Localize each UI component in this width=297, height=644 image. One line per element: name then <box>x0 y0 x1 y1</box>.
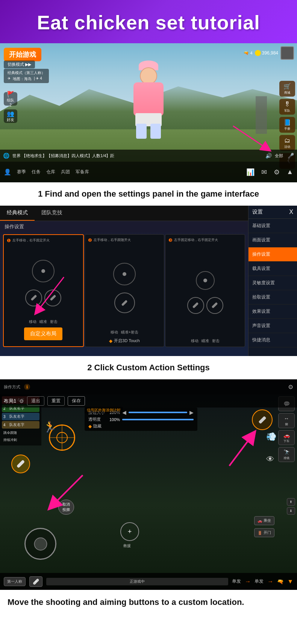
layout-option-1[interactable]: ❶ 左手移动，右手固定开火 <box>3 234 84 347</box>
team-icon[interactable]: 🚩 组队 2 <box>4 92 17 106</box>
ammo-bar: 正游戏中 <box>46 578 228 585</box>
custom-layout-btn[interactable]: 自定义布局 <box>24 327 62 340</box>
opacity-label: 透明度 <box>88 417 107 422</box>
medkit-btn[interactable]: 🩹 <box>29 576 42 587</box>
mic-icon[interactable]: 🎤 <box>288 153 294 159</box>
nav-item-warehouse[interactable]: 仓库 <box>46 169 55 175</box>
game-bottom-bar: 👤 赛季 任务 仓库 兵团 军备库 📊 <box>0 162 297 182</box>
rifle-btn[interactable] <box>11 455 30 473</box>
menu-item-pickup[interactable]: 拾取设置 <box>249 290 297 305</box>
volume-icon[interactable]: 🔊 <box>265 153 272 159</box>
menu-item-operation[interactable]: 操作设置 <box>249 247 297 262</box>
bottom-description: Move the shooting and aiming buttons to … <box>0 590 297 615</box>
editor-top-bar: 操作方式 ℹ ⚙ <box>0 379 297 394</box>
opacity-value: 100% <box>109 417 120 422</box>
menu-item-basic[interactable]: 基础设置 <box>249 219 297 233</box>
settings-header-row: 设置 X <box>249 206 297 219</box>
save-btn[interactable]: 保存 <box>68 396 85 406</box>
manual-icon[interactable]: 📘 手册 <box>279 117 295 133</box>
top-resources: 🔫 4 396,984 <box>244 46 294 60</box>
3d-touch-option[interactable]: ◆ 开启3D Touch <box>109 338 139 344</box>
arrow-btn-2[interactable]: → <box>267 578 273 585</box>
friends-icon[interactable]: 👥 好友 <box>4 109 17 123</box>
sit-btn[interactable]: 🚗 乘坐 <box>254 516 274 525</box>
tab-team-competition[interactable]: 团队竞技 <box>35 206 69 221</box>
nav-item-armory[interactable]: 军备库 <box>76 169 89 175</box>
stats-icon[interactable]: 📊 <box>246 168 255 176</box>
start-game-btn[interactable]: 开始游戏 <box>4 48 41 61</box>
scope-btn[interactable] <box>252 409 273 430</box>
scope-circle-2 <box>114 292 135 313</box>
size-slider[interactable] <box>129 412 187 413</box>
opacity-slider[interactable] <box>122 419 194 420</box>
rescue-btn[interactable]: + <box>120 522 139 541</box>
team-member-4: 4 队友名字 <box>2 421 39 429</box>
diamond-icon: ◆ <box>88 424 92 429</box>
layout-option-3[interactable]: ❸ 左手固定移动，右手固定开火 <box>165 234 245 347</box>
layout-labels-2: 移动 瞄准+射击 <box>111 330 138 335</box>
close-settings-btn[interactable]: X <box>289 209 293 215</box>
nav-item-head: 👤 <box>4 168 11 176</box>
switch-mode-btn[interactable]: 切换模式 ▶▶ <box>4 61 35 68</box>
mail-icon[interactable]: ✉ <box>261 168 267 176</box>
hide-checkbox-row: ◆ 隐藏 <box>88 423 194 429</box>
joystick-move[interactable] <box>24 528 56 560</box>
pink-arrow-right <box>222 428 267 473</box>
gold-count: 396,984 <box>255 50 278 56</box>
svg-line-7 <box>229 436 252 466</box>
game-screenshot: 开始游戏 切换模式 ▶▶ 经典模式（第三人称） ✈ 地图：海岛 | ✈ 4 🚩 … <box>0 43 297 182</box>
cancel-throw-btn[interactable]: 取消 投掷 <box>58 500 74 515</box>
opacity-row: 透明度 100% <box>88 417 194 422</box>
custom-editor-bg: 操作方式 ℹ ⚙ 布局1 ⚙ 退出 重置 保存 信号区外海淡倒计时 按钮大小 1… <box>0 379 297 590</box>
action-btn-area: 🚗 乘坐 🚪 开门 <box>254 516 274 537</box>
side-btn[interactable]: ↔ 侧 <box>278 413 295 428</box>
event-icon[interactable]: 🗂 活动 <box>279 135 295 151</box>
scope-zoom-btn[interactable]: 🔭 准镜 <box>278 447 295 462</box>
menu-item-quick-msg[interactable]: 快捷消息 <box>249 333 297 347</box>
layout-option-2[interactable]: ❷ 左手移动，右手跟随开火 移动 <box>85 234 165 347</box>
layout-settings-icon[interactable]: ⚙ <box>19 398 24 404</box>
size-increase-btn[interactable]: ▶ <box>189 409 194 415</box>
store-icon[interactable]: 🛒 商城 <box>279 81 295 97</box>
menu-item-sound[interactable]: 声音设置 <box>249 319 297 333</box>
world-bar: 🌐 世界 【绝地求生】【招募消息】四人模式】人数1/4】距 🔊 全部 🎤 <box>0 150 297 162</box>
gun-icon-bottom: 🔫 <box>277 579 283 585</box>
menu-item-vehicle[interactable]: 载具设置 <box>249 262 297 276</box>
vehicle-btn-2[interactable]: ⬇ <box>287 507 295 515</box>
nav-item-task[interactable]: 任务 <box>32 169 41 175</box>
exit-btn[interactable]: 退出 <box>27 396 44 406</box>
world-chat-text: 世界 【绝地求生】【招募消息】四人模式】人数1/4】距 <box>12 153 114 159</box>
operation-mode-label: 操作方式 <box>4 384 20 390</box>
army-icon[interactable]: 🎖 军队 <box>279 99 295 115</box>
layout-selector: 布局1 <box>4 398 16 405</box>
arrow-btn-1[interactable]: → <box>245 578 251 585</box>
single-fire-2: 单发 <box>255 578 264 585</box>
nav-item-corps[interactable]: 兵团 <box>61 169 70 175</box>
tab-classic-mode[interactable]: 经典模式 <box>0 206 35 221</box>
operation-settings-label: 操作设置 <box>0 221 248 232</box>
left-settings-panel: 经典模式 团队竞技 操作设置 ❶ 左手移动，右手固定开火 <box>0 206 248 356</box>
speed-icon[interactable]: 💨 <box>266 432 276 442</box>
control-layouts: ❶ 左手移动，右手固定开火 <box>0 232 248 349</box>
settings-icon[interactable]: ⚙ <box>274 168 280 176</box>
game-mode-info: 经典模式（第三人称） ✈ 地图：海岛 | ✈ 4 <box>4 69 49 83</box>
open-door-btn[interactable]: 🚪 开门 <box>254 528 274 537</box>
vehicle-btn-1[interactable]: ⬆ <box>287 498 295 506</box>
step1-text: 1 Find and open the settings panel in th… <box>8 189 289 199</box>
editor-settings-icon[interactable]: ⚙ <box>288 383 293 391</box>
player-avatar[interactable] <box>280 46 294 60</box>
eye-icon[interactable]: 👁 <box>266 455 274 464</box>
up-icon[interactable]: ▲ <box>286 168 293 176</box>
header-section: Eat chicken set tutorial <box>0 0 297 43</box>
nav-item-season[interactable]: 赛季 <box>17 169 26 175</box>
first-person-btn[interactable]: 第一人称 <box>4 577 26 586</box>
reset-btn[interactable]: 重置 <box>47 396 65 406</box>
exit-vehicle-btn[interactable]: 🚗 下车 <box>278 430 295 445</box>
arrow-down-btn[interactable]: ▼ <box>287 578 293 585</box>
charge-label: 持续冲刺 <box>2 436 39 444</box>
menu-item-sensitivity[interactable]: 灵敏度设置 <box>249 276 297 290</box>
editor-control-bar: 布局1 ⚙ 退出 重置 保存 <box>0 394 297 408</box>
bullet-count: 🔫 4 <box>244 51 252 56</box>
menu-item-effects[interactable]: 效果设置 <box>249 305 297 319</box>
menu-item-screen[interactable]: 画面设置 <box>249 233 297 247</box>
